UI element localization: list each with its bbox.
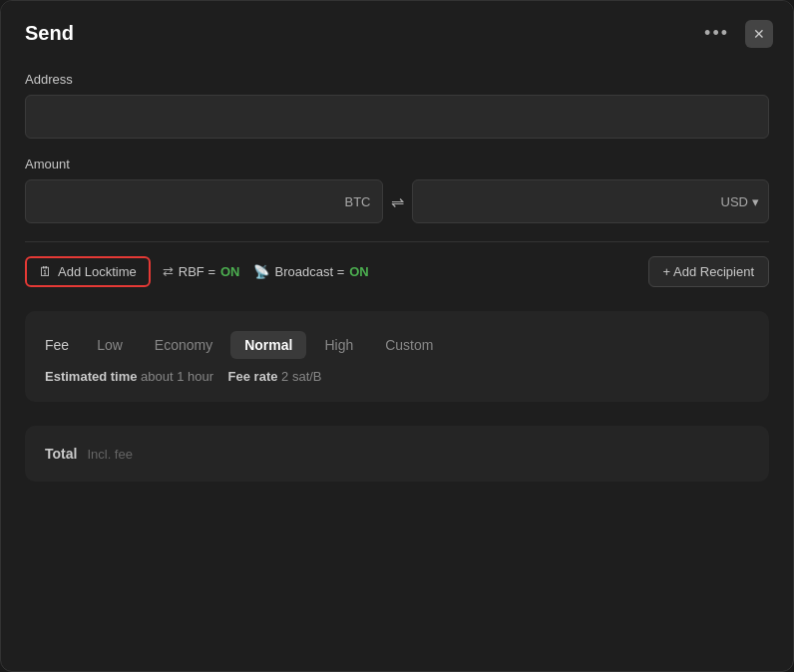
fee-tab-economy[interactable]: Economy [141, 331, 226, 359]
btc-input[interactable] [25, 179, 383, 223]
fee-info: Estimated time about 1 hour Fee rate 2 s… [45, 369, 749, 384]
swap-icon: ⇌ [391, 192, 404, 211]
more-button[interactable]: ••• [696, 19, 737, 48]
total-section-wrapper: Total Incl. fee [1, 426, 793, 505]
amount-label: Amount [25, 157, 769, 171]
add-locktime-button[interactable]: 🗓 Add Locktime [25, 256, 151, 287]
fee-label: Fee [45, 337, 69, 353]
address-label: Address [25, 72, 769, 87]
amount-group: Amount BTC ⇌ USD ▾ [25, 157, 769, 223]
total-row: Total Incl. fee [45, 446, 749, 462]
rbf-toggle[interactable]: ⇄ RBF = ON [161, 260, 242, 283]
broadcast-icon: 📡 [253, 264, 269, 279]
fee-tab-high[interactable]: High [310, 331, 367, 359]
total-card: Total Incl. fee [25, 426, 769, 482]
toolbar-row: 🗓 Add Locktime ⇄ RBF = ON 📡 Broadcast = … [25, 256, 769, 287]
usd-currency-wrap[interactable]: USD ▾ [721, 194, 759, 209]
fee-tabs: Low Economy Normal High Custom [83, 331, 447, 359]
broadcast-label: Broadcast = [274, 264, 344, 279]
send-window: Send ••• ✕ Address Amount BTC ⇌ [0, 0, 794, 672]
usd-chevron-icon: ▾ [752, 194, 759, 209]
total-sublabel: Incl. fee [87, 447, 133, 462]
window-title: Send [25, 22, 74, 45]
fee-tab-normal[interactable]: Normal [230, 331, 306, 359]
locktime-icon: 🗓 [39, 264, 52, 279]
estimated-time-label: Estimated time [45, 369, 137, 384]
usd-currency-label: USD [721, 194, 748, 209]
fee-tab-custom[interactable]: Custom [371, 331, 447, 359]
fee-rate-value: 2 sat/B [281, 369, 321, 384]
address-input[interactable] [25, 95, 769, 139]
divider [25, 241, 769, 242]
rbf-icon: ⇄ [163, 264, 174, 279]
rbf-state: ON [220, 264, 240, 279]
add-recipient-button[interactable]: + Add Recipient [648, 256, 769, 287]
titlebar-actions: ••• ✕ [696, 19, 773, 48]
usd-input-wrap: USD ▾ [412, 179, 770, 223]
broadcast-state: ON [349, 264, 369, 279]
usd-input[interactable] [412, 179, 770, 223]
fee-rate-label: Fee rate [228, 369, 278, 384]
fee-tab-low[interactable]: Low [83, 331, 137, 359]
broadcast-toggle[interactable]: 📡 Broadcast = ON [251, 260, 370, 283]
close-button[interactable]: ✕ [745, 20, 773, 48]
amount-row: BTC ⇌ USD ▾ [25, 179, 769, 223]
total-label: Total [45, 446, 77, 462]
btc-input-wrap: BTC [25, 179, 383, 223]
titlebar: Send ••• ✕ [1, 1, 793, 62]
main-content: Address Amount BTC ⇌ USD ▾ [1, 62, 793, 311]
fee-section-wrapper: Fee Low Economy Normal High Custom Estim… [1, 311, 793, 426]
fee-card: Fee Low Economy Normal High Custom Estim… [25, 311, 769, 402]
locktime-label: Add Locktime [58, 264, 137, 279]
rbf-label: RBF = [179, 264, 215, 279]
estimated-time-value: about 1 hour [141, 369, 213, 384]
address-group: Address [25, 72, 769, 139]
fee-row: Fee Low Economy Normal High Custom [45, 331, 749, 359]
